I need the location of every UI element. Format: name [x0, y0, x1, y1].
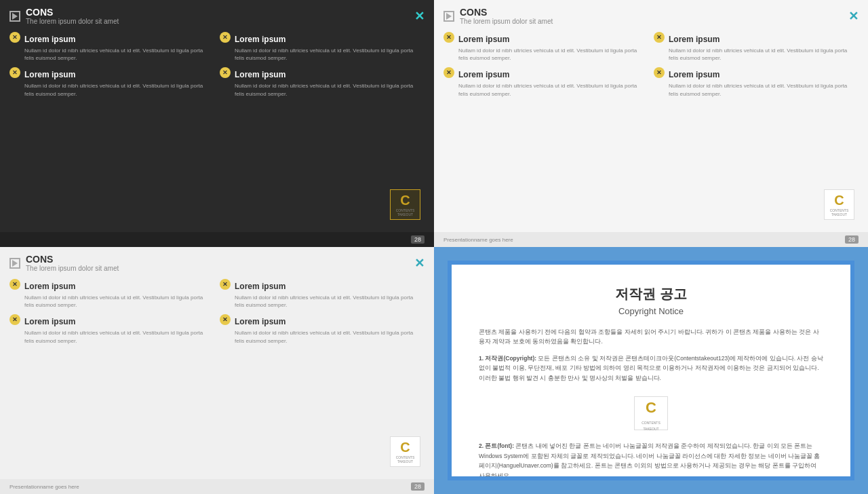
copyright-text-2: 콘탠츠 내에 넣어진 한글 폰트는 네이버 나눔글꼴의 저작권을 준수하여 제작…	[479, 442, 820, 478]
item-close-x[interactable]: ✕	[9, 279, 20, 290]
item-close-x[interactable]: ✕	[220, 279, 231, 290]
item-close-x[interactable]: ✕	[9, 314, 20, 325]
panel3-close-button[interactable]: ✕	[414, 257, 425, 269]
item-img-wrap: ✕	[224, 35, 228, 39]
panel-header: CONS The lorem ipsum dolor sit amet ✕	[0, 0, 434, 29]
logo-letter2: C	[834, 193, 844, 208]
item-close-x[interactable]: ✕	[9, 32, 20, 43]
item-close-x[interactable]: ✕	[654, 32, 665, 43]
item-heading: Lorem ipsum	[669, 35, 854, 44]
item-text: Lorem ipsum Nullam id dolor id nibh ultr…	[235, 317, 420, 344]
play-icon-wrap	[9, 11, 20, 22]
copyright-section-1: 1. 저작권(Copyright): 모든 콘탠츠의 소유 및 저작권은 콘탠츠…	[479, 354, 823, 383]
logo-box2: C CONTENTSTAKEOUT	[824, 189, 854, 220]
item-body: Nullam id dolor id nibh ultricies vehicu…	[235, 294, 420, 309]
item-text: Lorem ipsum Nullam id dolor id nibh ultr…	[235, 70, 420, 97]
item-heading: Lorem ipsum	[235, 317, 420, 326]
list-item: ✕ Lorem ipsum Nullam id dolor id nibh ul…	[658, 70, 854, 97]
copyright-label-1: 1. 저작권(Copyright):	[479, 355, 536, 362]
item-img-wrap: ✕	[14, 282, 18, 286]
item-heading: Lorem ipsum	[235, 35, 420, 44]
item-heading: Lorem ipsum	[24, 70, 210, 79]
item-close-x[interactable]: ✕	[220, 32, 231, 43]
play-icon-wrap3	[9, 258, 20, 269]
item-text: Lorem ipsum Nullam id dolor id nibh ultr…	[24, 70, 210, 97]
item-img-wrap: ✕	[658, 35, 662, 39]
header-title-block3: CONS The lorem ipsum dolor sit amet	[26, 254, 409, 272]
panel2-subtitle: The lorem ipsum dolor sit amet	[460, 18, 843, 25]
item-text: Lorem ipsum Nullam id dolor id nibh ultr…	[235, 35, 420, 62]
item-body: Nullam id dolor id nibh ultricies vehicu…	[458, 82, 644, 97]
copyright-content: 저작권 공고 Copyright Notice 콘탠츠 제품을 사용하기 전에 …	[448, 261, 854, 480]
panel-light: CONS The lorem ipsum dolor sit amet ✕ ✕ …	[434, 0, 868, 247]
item-img-wrap: ✕	[658, 70, 662, 74]
item-heading: Lorem ipsum	[669, 70, 854, 79]
footer-name2: Presentationname goes here	[443, 237, 513, 243]
logo-letter: C	[400, 193, 410, 208]
logo-sub3: CONTENTSTAKEOUT	[396, 455, 415, 463]
item-body: Nullam id dolor id nibh ultricies vehicu…	[24, 329, 210, 344]
item-close-x[interactable]: ✕	[220, 67, 231, 78]
copyright-title-en: Copyright Notice	[618, 306, 684, 316]
list-item: ✕ Lorem ipsum Nullam id dolor id nibh ul…	[224, 70, 420, 97]
item-heading: Lorem ipsum	[24, 282, 210, 291]
item-heading: Lorem ipsum	[235, 70, 420, 79]
panel3-footer: Presentationname goes here 28	[0, 479, 434, 494]
panel1-close-button[interactable]: ✕	[414, 10, 425, 22]
panel3-title: CONS	[26, 254, 409, 265]
footer-name3: Presentationname goes here	[9, 484, 79, 490]
item-img-wrap: ✕	[14, 317, 18, 321]
list-item: ✕ Lorem ipsum Nullam id dolor id nibh ul…	[448, 35, 644, 62]
panel2-content: ✕ Lorem ipsum Nullam id dolor id nibh ul…	[434, 29, 868, 103]
item-close-x[interactable]: ✕	[654, 67, 665, 78]
item-text: Lorem ipsum Nullam id dolor id nibh ultr…	[458, 35, 644, 62]
logo-sub: CONTENTSTAKEOUT	[396, 208, 415, 216]
list-item: ✕ Lorem ipsum Nullam id dolor id nibh ul…	[224, 317, 420, 344]
item-body: Nullam id dolor id nibh ultricies vehicu…	[235, 82, 420, 97]
logo-box3: C CONTENTSTAKEOUT	[390, 436, 420, 467]
list-item: ✕ Lorem ipsum Nullam id dolor id nibh ul…	[224, 282, 420, 309]
item-img-wrap: ✕	[448, 35, 452, 39]
item-heading: Lorem ipsum	[24, 317, 210, 326]
panel2-items-grid: ✕ Lorem ipsum Nullam id dolor id nibh ul…	[448, 35, 854, 98]
item-close-x[interactable]: ✕	[220, 314, 231, 325]
panel3-items-grid: ✕ Lorem ipsum Nullam id dolor id nibh ul…	[14, 282, 420, 345]
list-item: ✕ Lorem ipsum Nullam id dolor id nibh ul…	[448, 70, 644, 97]
list-item: ✕ Lorem ipsum Nullam id dolor id nibh ul…	[14, 282, 210, 309]
item-text: Lorem ipsum Nullam id dolor id nibh ultr…	[235, 282, 420, 309]
list-item: ✕ Lorem ipsum Nullam id dolor id nibh ul…	[224, 35, 420, 62]
list-item: ✕ Lorem ipsum Nullam id dolor id nibh ul…	[14, 35, 210, 62]
item-close-x[interactable]: ✕	[9, 67, 20, 78]
panel3-header: CONS The lorem ipsum dolor sit amet ✕	[0, 247, 434, 276]
logo-box: C CONTENTSTAKEOUT	[390, 189, 420, 220]
item-img-wrap: ✕	[224, 317, 228, 321]
copyright-section-1-text: 1. 저작권(Copyright): 모든 콘탠츠의 소유 및 저작권은 콘탠츠…	[479, 354, 823, 383]
list-item: ✕ Lorem ipsum Nullam id dolor id nibh ul…	[14, 70, 210, 97]
item-img-wrap: ✕	[448, 70, 452, 74]
play-icon2	[446, 13, 452, 20]
item-body: Nullam id dolor id nibh ultricies vehicu…	[458, 47, 644, 62]
logo-letter3: C	[400, 440, 410, 455]
item-heading: Lorem ipsum	[235, 282, 420, 291]
copyright-logo-sub: CONTENTSTAKEOUT	[642, 420, 660, 432]
panel2-header: CONS The lorem ipsum dolor sit amet ✕	[434, 0, 868, 29]
panel1-footer: 28	[0, 232, 434, 247]
item-heading: Lorem ipsum	[458, 35, 644, 44]
footer-page: 28	[411, 235, 425, 244]
copyright-logo-wrap: C CONTENTSTAKEOUT	[479, 390, 823, 437]
panel2-close-button[interactable]: ✕	[848, 10, 859, 22]
item-body: Nullam id dolor id nibh ultricies vehicu…	[669, 82, 854, 97]
copyright-section-2-text: 2. 폰트(font): 콘탠츠 내에 넣어진 한글 폰트는 네이버 나눔글꼴의…	[479, 441, 823, 480]
item-text: Lorem ipsum Nullam id dolor id nibh ultr…	[24, 35, 210, 62]
play-icon-wrap2	[443, 11, 454, 22]
list-item: ✕ Lorem ipsum Nullam id dolor id nibh ul…	[658, 35, 854, 62]
item-img-wrap: ✕	[224, 282, 228, 286]
item-body: Nullam id dolor id nibh ultricies vehicu…	[669, 47, 854, 62]
panel1-content: ✕ Lorem ipsum Nullam id dolor id nibh ul…	[0, 29, 434, 103]
item-body: Nullam id dolor id nibh ultricies vehicu…	[24, 294, 210, 309]
footer-page3: 28	[411, 482, 425, 491]
item-close-x[interactable]: ✕	[443, 32, 454, 43]
panel1-subtitle: The lorem ipsum dolor sit amet	[26, 18, 409, 25]
item-text: Lorem ipsum Nullam id dolor id nibh ultr…	[669, 35, 854, 62]
item-close-x[interactable]: ✕	[443, 67, 454, 78]
